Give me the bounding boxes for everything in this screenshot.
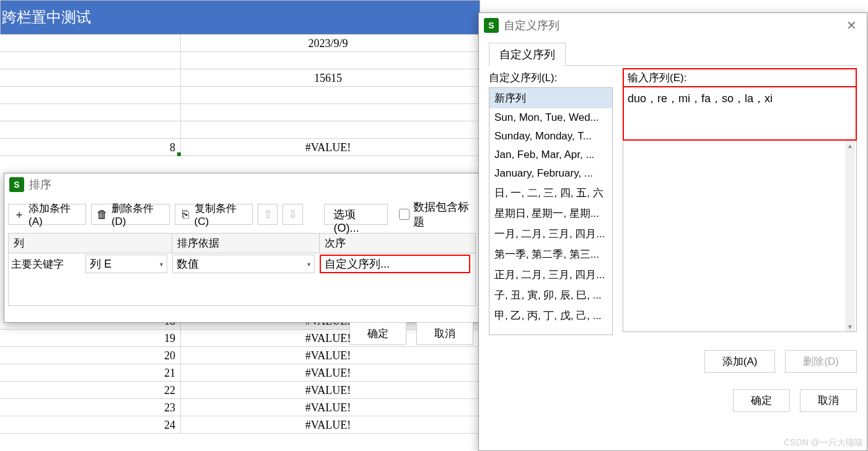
cell-marker [177,152,181,156]
cell[interactable] [181,87,480,103]
cell[interactable] [0,121,181,138]
list-item[interactable]: 一月, 二月, 三月, 四月... [489,224,612,244]
cell[interactable]: #VALUE! [181,364,480,381]
cell[interactable]: 21 [0,364,181,381]
tab-custom-list[interactable]: 自定义序列 [489,43,566,66]
copy-icon: ⎘ [180,208,191,221]
list-item[interactable]: January, February, ... [489,164,612,183]
table-row[interactable]: 22#VALUE! [0,382,480,399]
move-down-button[interactable]: ⇩ [283,204,302,225]
cell[interactable]: #VALUE! [181,416,480,433]
column-select[interactable]: 列 E ▾ [85,255,167,273]
trash-icon: 🗑 [97,208,108,221]
table-row[interactable] [0,52,480,69]
custom-list-footer: 确定 取消 [479,379,867,418]
custom-list-actions: 添加(A) 删除(D) [479,335,867,379]
sortby-select-value: 数值 [177,256,199,271]
table-row[interactable]: 24#VALUE! [0,416,480,434]
table-row[interactable] [0,87,480,104]
table-row[interactable] [0,104,480,121]
list-item[interactable]: 甲, 乙, 丙, 丁, 戊, 己, ... [489,305,612,326]
cell[interactable] [181,104,480,121]
header-sortby: 排序依据 [172,234,320,253]
cell[interactable]: 8 [0,139,181,155]
input-sequence-label: 输入序列(E): [623,68,857,86]
cancel-button[interactable]: 取消 [800,389,857,412]
scrollbar[interactable]: ▲ ▼ [845,141,855,331]
copy-condition-button[interactable]: ⎘ 复制条件(C) [175,204,253,225]
add-condition-button[interactable]: ＋ 添加条件(A) [8,204,86,225]
headers-checkbox-wrap[interactable]: 数据包含标题 [399,199,476,229]
app-icon: S [484,18,499,33]
cell[interactable] [181,52,480,69]
cell[interactable]: #VALUE! [181,382,480,398]
sort-table-header: 列 排序依据 次序 [9,234,475,253]
cell[interactable]: #VALUE! [181,399,480,416]
cell[interactable]: 24 [0,416,181,433]
order-select[interactable]: 自定义序列... [320,255,470,273]
list-item[interactable]: Sun, Mon, Tue, Wed... [489,108,612,127]
list-item[interactable]: 新序列 [489,88,612,108]
table-row[interactable]: 23#VALUE! [0,399,480,416]
ok-button[interactable]: 确定 [349,322,406,345]
table-row[interactable]: 2023/9/9 [0,35,480,52]
table-row[interactable]: 21#VALUE! [0,364,480,382]
header-column: 列 [9,234,172,253]
dialog-title: 排序 [29,177,51,192]
cell[interactable] [0,87,181,103]
table-row[interactable]: 15615 [0,69,480,87]
ok-button[interactable]: 确定 [733,389,790,412]
scroll-down-icon: ▼ [845,322,855,331]
dialog-titlebar[interactable]: S 排序 [4,173,480,196]
copy-condition-label: 复制条件(C) [195,201,248,228]
list-item[interactable]: Sunday, Monday, T... [489,127,612,146]
cell[interactable] [0,35,181,51]
cell[interactable] [0,52,181,69]
cell[interactable]: 23 [0,399,181,416]
dialog-tabs: 自定义序列 [479,38,867,66]
sort-criteria-row: 主要关键字 列 E ▾ 数值 ▾ 自定义序列... [9,253,475,274]
move-up-button[interactable]: ⇧ [258,204,278,225]
add-condition-label: 添加条件(A) [28,201,81,228]
plus-icon: ＋ [14,207,25,222]
table-row[interactable]: 8#VALUE! [0,139,480,156]
sort-dialog: S 排序 ＋ 添加条件(A) 🗑 删除条件(D) ⎘ 复制条件(C) ⇧ ⇩ 选… [4,173,480,323]
cell[interactable] [181,121,480,138]
arrow-up-icon: ⇧ [263,208,273,221]
list-item[interactable]: 日, 一, 二, 三, 四, 五, 六 [489,183,612,203]
close-button[interactable]: ✕ [841,18,862,33]
checkbox-icon [399,209,410,220]
list-item[interactable]: 第一季, 第二季, 第三... [489,244,612,265]
custom-list-label: 自定义序列(L): [489,68,613,87]
cell[interactable] [0,69,181,86]
close-icon: ✕ [846,19,857,32]
header-order: 次序 [320,234,475,253]
delete-list-button: 删除(D) [785,350,857,373]
order-select-value: 自定义序列... [325,256,390,271]
list-item[interactable]: 正月, 二月, 三月, 四月... [489,265,612,285]
dialog-titlebar[interactable]: S 自定义序列 ✕ [479,13,867,38]
cell[interactable]: #VALUE! [181,139,480,155]
cell[interactable]: 2023/9/9 [181,35,480,51]
list-item[interactable]: Jan, Feb, Mar, Apr, ... [489,146,612,164]
dialog-title: 自定义序列 [504,18,559,33]
merged-header-cell[interactable]: 跨栏置中测试 [0,0,480,35]
headers-checkbox-label: 数据包含标题 [413,199,476,229]
app-icon: S [9,177,24,192]
options-button[interactable]: 选项(O)... [324,204,387,225]
list-item[interactable]: 子, 丑, 寅, 卯, 辰, 巳, ... [489,285,612,305]
cancel-button[interactable]: 取消 [416,322,473,345]
sortby-select[interactable]: 数值 ▾ [172,255,315,273]
cell[interactable]: 22 [0,382,181,398]
input-sequence-textarea[interactable]: duo，re，mi，fa，so，la，xi [623,86,857,141]
textarea-body[interactable]: ▲ ▼ [623,141,857,332]
cell[interactable]: 15615 [181,69,480,86]
list-item[interactable]: 星期日, 星期一, 星期... [489,203,612,224]
table-row[interactable] [0,121,480,139]
custom-list-listbox[interactable]: 新序列Sun, Mon, Tue, Wed...Sunday, Monday, … [489,87,613,335]
add-list-button[interactable]: 添加(A) [704,350,776,373]
sort-dialog-footer: 确定 取消 [4,306,480,351]
cell[interactable] [0,104,181,121]
delete-condition-button[interactable]: 🗑 删除条件(D) [91,204,170,225]
input-sequence-value: duo，re，mi，fa，so，la，xi [628,92,773,105]
